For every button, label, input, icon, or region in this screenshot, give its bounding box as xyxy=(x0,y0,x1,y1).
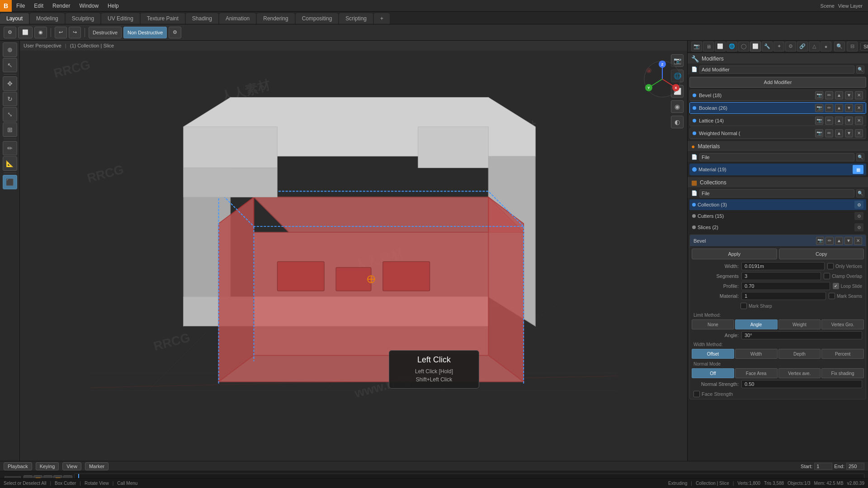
collection-item-3[interactable]: Slices (2) ⚙ xyxy=(689,222,866,233)
viewport-display-btn[interactable]: ◉ xyxy=(671,100,684,113)
props-constraints-icon[interactable]: 🔗 xyxy=(797,42,808,52)
props-physics-icon[interactable]: ⚙ xyxy=(785,42,796,52)
rotate-tool[interactable]: ↻ xyxy=(3,92,17,106)
coll-search-btn[interactable]: 🔍 xyxy=(856,189,864,197)
tab-uv-editing[interactable]: UV Editing xyxy=(101,13,140,24)
menu-file[interactable]: File xyxy=(12,0,29,11)
view-timeline-btn[interactable]: View xyxy=(62,462,81,470)
main-viewport[interactable]: RRCG 人人素材 RRCG 人人素材 RRCG 人人素材 RRCG www.r… xyxy=(20,41,687,461)
bevel-enabled-dot[interactable] xyxy=(693,94,696,97)
bevel-down-icon[interactable]: ▼ xyxy=(845,91,853,99)
menu-edit[interactable]: Edit xyxy=(29,0,48,11)
boolean-modifier-header[interactable]: Boolean (26) 📷 ✏ ▲ ▼ ✕ xyxy=(690,103,866,113)
bevel-hdr-x[interactable]: ✕ xyxy=(854,237,862,245)
destructive-btn[interactable]: Destructive xyxy=(89,27,122,38)
toolbar-icon-5[interactable]: ↪ xyxy=(69,27,81,38)
collection-item-1[interactable]: Collection (3) ⚙ xyxy=(689,199,866,210)
normal-strength-value[interactable]: 0.50 xyxy=(741,380,862,388)
menu-help[interactable]: Help xyxy=(103,0,123,11)
bevel-close-icon[interactable]: ✕ xyxy=(855,91,863,99)
coll-file-select[interactable]: File xyxy=(699,189,854,197)
viewport-shading-btn[interactable]: ◐ xyxy=(671,116,684,128)
mat-file-select[interactable]: File xyxy=(699,153,854,161)
start-frame-input[interactable] xyxy=(814,463,832,470)
boolean-enabled-dot[interactable] xyxy=(693,106,696,110)
toolbar-icon-3[interactable]: ◉ xyxy=(34,27,47,38)
lat-up-icon[interactable]: ▲ xyxy=(835,117,843,125)
props-view-layer-icon[interactable]: ⬜ xyxy=(715,42,726,52)
lat-close-icon[interactable]: ✕ xyxy=(855,117,863,125)
coll-settings-3[interactable]: ⚙ xyxy=(854,223,863,231)
props-data-icon[interactable]: △ xyxy=(809,42,820,52)
toolbar-icon-2[interactable]: ⬜ xyxy=(18,27,33,38)
modifiers-section-header[interactable]: 🔧 Modifiers xyxy=(688,53,868,64)
nm-face-area-btn[interactable]: Face Area xyxy=(735,368,778,378)
tab-texture-paint[interactable]: Texture Paint xyxy=(141,13,185,24)
profile-value[interactable]: 0.70 xyxy=(741,282,830,290)
wn-up-icon[interactable]: ▲ xyxy=(835,129,843,137)
lat-camera-icon[interactable]: 📷 xyxy=(815,117,823,125)
non-destructive-btn[interactable]: Non Destructive xyxy=(123,27,167,38)
toolbar-settings[interactable]: ⚙ xyxy=(169,27,181,38)
bool-up-icon[interactable]: ▲ xyxy=(835,104,843,112)
tab-layout[interactable]: Layout xyxy=(0,13,29,24)
limit-angle-btn[interactable]: Angle xyxy=(735,319,778,329)
cursor-tool[interactable]: ⊕ xyxy=(3,42,17,57)
nm-vertex-ave-btn[interactable]: Vertex ave. xyxy=(778,368,821,378)
file-search-btn[interactable]: 🔍 xyxy=(856,66,864,74)
props-object-icon[interactable]: ⬜ xyxy=(750,42,761,52)
coll-settings-1[interactable]: ⚙ xyxy=(854,201,863,209)
coll-settings-2[interactable]: ⚙ xyxy=(854,212,863,220)
angle-value[interactable]: 30° xyxy=(741,331,862,339)
mark-sharp-checkbox[interactable] xyxy=(741,303,747,309)
props-output-icon[interactable]: 🖥 xyxy=(703,42,714,52)
playback-btn[interactable]: Playback xyxy=(4,462,32,470)
bool-edit-icon[interactable]: ✏ xyxy=(825,104,833,112)
material-browse-btn[interactable]: ▦ xyxy=(853,165,863,174)
bevel-hdr-edit[interactable]: ✏ xyxy=(826,237,834,245)
select-box-tool[interactable]: ↖ xyxy=(3,58,17,72)
nm-fix-shading-btn[interactable]: Fix shading xyxy=(821,368,864,378)
menu-window[interactable]: Window xyxy=(75,0,103,11)
lattice-enabled-dot[interactable] xyxy=(693,119,696,122)
materials-section-header[interactable]: ● Materials xyxy=(688,141,868,152)
bevel-hdr-camera[interactable]: 📷 xyxy=(816,237,824,245)
props-particles-icon[interactable]: ✦ xyxy=(774,42,784,52)
measure-tool[interactable]: 📐 xyxy=(3,156,17,171)
material-prop-value[interactable]: 1 xyxy=(741,292,826,300)
loop-slide-checkbox[interactable]: ✓ xyxy=(833,283,839,289)
limit-weight-btn[interactable]: Weight xyxy=(778,319,821,329)
collection-item-2[interactable]: Cutters (15) ⚙ xyxy=(689,211,866,221)
segments-value[interactable]: 3 xyxy=(741,272,821,280)
add-tool[interactable]: ⬛ xyxy=(3,175,17,189)
wn-down-icon[interactable]: ▼ xyxy=(845,129,853,137)
bool-close-icon[interactable]: ✕ xyxy=(855,104,863,112)
move-tool[interactable]: ✥ xyxy=(3,76,17,91)
wm-percent-btn[interactable]: Percent xyxy=(821,349,864,359)
tab-add[interactable]: + xyxy=(374,13,390,24)
toolbar-icon-1[interactable]: ⚙ xyxy=(4,27,16,38)
bevel-hdr-up[interactable]: ▲ xyxy=(835,237,843,245)
tab-modeling[interactable]: Modeling xyxy=(30,13,65,24)
tab-scripting[interactable]: Scripting xyxy=(339,13,373,24)
bevel-modifier-header[interactable]: Bevel (18) 📷 ✏ ▲ ▼ ✕ xyxy=(690,90,866,101)
wn-enabled-dot[interactable] xyxy=(693,131,696,135)
scale-tool[interactable]: ⤡ xyxy=(3,107,17,122)
lat-down-icon[interactable]: ▼ xyxy=(845,117,853,125)
wn-edit-icon[interactable]: ✏ xyxy=(825,129,833,137)
bevel-edit-icon[interactable]: ✏ xyxy=(825,91,833,99)
wn-camera-icon[interactable]: 📷 xyxy=(815,129,823,137)
nm-off-btn[interactable]: Off xyxy=(692,368,734,378)
bevel-up-icon[interactable]: ▲ xyxy=(835,91,843,99)
mark-seams-checkbox[interactable] xyxy=(829,293,835,299)
annotate-tool[interactable]: ✏ xyxy=(3,141,17,155)
viewport-3d-scene[interactable] xyxy=(20,51,687,461)
add-modifier-btn[interactable]: Add Modifier xyxy=(689,77,866,88)
props-search-btn[interactable]: 🔍 xyxy=(834,42,845,52)
marker-btn[interactable]: Marker xyxy=(85,462,108,470)
copy-button[interactable]: Copy xyxy=(779,249,864,259)
toolbar-icon-4[interactable]: ↩ xyxy=(55,27,67,38)
props-filter-btn[interactable]: ⊟ xyxy=(847,42,858,52)
weighted-normal-header[interactable]: Weighted Normal ( 📷 ✏ ▲ ▼ ✕ xyxy=(690,128,866,139)
apply-button[interactable]: Apply xyxy=(692,249,777,259)
